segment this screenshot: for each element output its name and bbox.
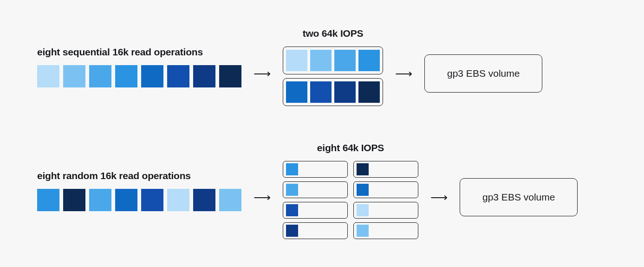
- color-block: [219, 65, 241, 87]
- color-block: [357, 163, 369, 175]
- color-block: [141, 189, 163, 211]
- iops-group: [353, 202, 418, 219]
- color-block: [310, 50, 332, 71]
- random-input-label: eight random 16k read operations: [37, 170, 191, 181]
- sequential-input-label: eight sequential 16k read operations: [37, 47, 203, 58]
- random-merged-groups: [283, 161, 418, 239]
- color-block: [37, 65, 59, 87]
- sequential-merged-groups: [283, 47, 383, 106]
- color-block: [357, 184, 369, 196]
- iops-group: [283, 222, 348, 239]
- color-block: [286, 184, 298, 196]
- random-merged-label: eight 64k IOPS: [317, 142, 384, 154]
- color-block: [167, 189, 189, 211]
- sequential-input-blocks: [37, 65, 241, 87]
- color-block: [89, 189, 111, 211]
- ebs-volume-box: gp3 EBS volume: [460, 178, 578, 216]
- color-block: [334, 50, 356, 71]
- color-block: [286, 225, 298, 237]
- color-block: [358, 50, 380, 71]
- random-input-stage: eight random 16k read operations: [37, 170, 241, 211]
- arrow-right-icon: ⟶: [395, 67, 412, 80]
- color-block: [357, 225, 369, 237]
- color-block: [115, 189, 137, 211]
- random-row: eight random 16k read operations ⟶ eight…: [37, 142, 607, 239]
- color-block: [37, 189, 59, 211]
- sequential-row: eight sequential 16k read operations ⟶ t…: [37, 28, 607, 106]
- color-block: [286, 204, 298, 216]
- random-input-blocks: [37, 189, 241, 211]
- color-block: [63, 189, 85, 211]
- color-block: [286, 81, 307, 103]
- color-block: [193, 189, 215, 211]
- ebs-volume-box: gp3 EBS volume: [424, 54, 542, 93]
- color-block: [63, 65, 85, 87]
- color-block: [357, 204, 369, 216]
- sequential-merged-stage: two 64k IOPS: [283, 28, 383, 106]
- iops-group: [283, 47, 383, 74]
- arrow-right-icon: ⟶: [430, 191, 448, 203]
- iops-group: [353, 181, 418, 198]
- iops-group: [283, 202, 348, 219]
- color-block: [310, 81, 332, 103]
- iops-group: [283, 181, 348, 198]
- color-block: [219, 189, 241, 211]
- color-block: [115, 65, 137, 87]
- color-block: [358, 81, 380, 103]
- sequential-merged-label: two 64k IOPS: [303, 28, 364, 39]
- arrow-right-icon: ⟶: [254, 191, 271, 203]
- iops-group: [283, 161, 348, 178]
- color-block: [334, 81, 356, 103]
- color-block: [286, 50, 307, 71]
- iops-group: [283, 78, 383, 106]
- color-block: [193, 65, 215, 87]
- iops-group: [353, 161, 418, 178]
- iops-group: [353, 222, 418, 239]
- random-merged-stage: eight 64k IOPS: [283, 142, 418, 239]
- arrow-right-icon: ⟶: [254, 67, 271, 80]
- sequential-input-stage: eight sequential 16k read operations: [37, 47, 241, 87]
- color-block: [167, 65, 189, 87]
- color-block: [286, 163, 298, 175]
- color-block: [141, 65, 163, 87]
- color-block: [89, 65, 111, 87]
